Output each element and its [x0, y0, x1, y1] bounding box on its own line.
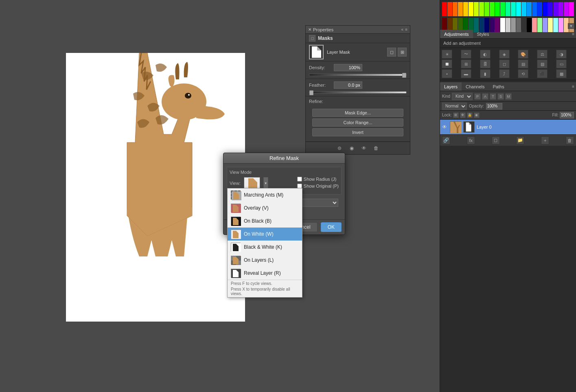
selection-from-mask-btn[interactable]: ⊚ — [335, 144, 344, 153]
feather-input[interactable] — [334, 81, 362, 89]
opacity-input[interactable] — [486, 103, 502, 109]
swatch[interactable] — [543, 18, 548, 32]
adj-levels2[interactable]: ▮ — [480, 69, 491, 78]
panel-menu-btn[interactable]: ≡ — [405, 27, 407, 32]
lock-move[interactable]: ✥ — [460, 112, 466, 118]
dropdown-item-marching-ants[interactable]: Marching Ants (M) — [228, 188, 302, 201]
swatch[interactable] — [484, 2, 489, 16]
show-radius-checkbox[interactable] — [297, 177, 302, 182]
swatch[interactable] — [569, 2, 574, 16]
density-slider-handle[interactable] — [402, 73, 406, 78]
swatch[interactable] — [495, 18, 500, 32]
swatch[interactable] — [532, 2, 537, 16]
adj-levels[interactable]: ▬ — [461, 69, 471, 78]
swatch[interactable] — [521, 2, 526, 16]
swatch[interactable] — [463, 2, 468, 16]
tab-channels[interactable]: Channels — [462, 82, 488, 91]
delete-mask-btn[interactable]: 🗑 — [372, 144, 381, 153]
dropdown-item-on-layers[interactable]: On Layers (L) — [228, 254, 302, 267]
swatch[interactable] — [469, 2, 473, 16]
delete-layer-btn[interactable]: 🗑 — [566, 136, 574, 145]
swatch[interactable] — [490, 2, 495, 16]
swatch[interactable] — [558, 18, 563, 32]
dropdown-item-on-black[interactable]: On Black (B) — [228, 215, 302, 228]
adj-bw[interactable]: ◑ — [556, 50, 567, 59]
feather-slider-handle[interactable] — [309, 90, 313, 95]
swatch[interactable] — [511, 18, 516, 32]
swatch[interactable] — [479, 2, 484, 16]
panel-settings-icon[interactable]: ≡ — [572, 32, 574, 36]
color-range-btn[interactable]: Color Range... — [312, 118, 403, 127]
density-input[interactable] — [334, 64, 362, 71]
swatch[interactable] — [516, 2, 521, 16]
adj-color-lookup[interactable]: 🗄 — [480, 59, 491, 68]
swatch[interactable] — [458, 2, 463, 16]
lock-pixels[interactable]: ⊞ — [453, 112, 459, 118]
tab-layers[interactable]: Layers — [440, 82, 462, 91]
adj-solid[interactable]: ⬛ — [537, 69, 548, 78]
dropdown-item-reveal-layer[interactable]: Reveal Layer (R) — [228, 267, 302, 280]
layers-menu-icon[interactable]: ≡ — [572, 84, 574, 89]
swatch[interactable] — [548, 18, 553, 32]
adj-curves2[interactable]: ⤴ — [499, 69, 510, 78]
panel-menu-btn[interactable]: ▼ — [568, 23, 574, 29]
adj-colorbalance[interactable]: ⚖ — [537, 50, 548, 59]
swatch[interactable] — [558, 2, 563, 16]
swatch[interactable] — [511, 2, 516, 16]
panel-collapse-btn[interactable]: « — [401, 27, 404, 32]
swatch[interactable] — [553, 2, 558, 16]
new-layer-btn[interactable]: + — [541, 136, 549, 145]
dropdown-item-on-white[interactable]: On White (W) — [228, 228, 302, 241]
adj-exposure[interactable]: ◐ — [480, 50, 491, 59]
layer-row-0[interactable]: 👁 Layer 0 — [440, 120, 576, 134]
adj-posterize[interactable]: ▤ — [518, 59, 528, 68]
add-effect-btn[interactable]: fx — [467, 136, 475, 145]
fill-input[interactable] — [560, 112, 574, 118]
swatch[interactable] — [537, 2, 542, 16]
swatch[interactable] — [527, 2, 532, 16]
invert-btn[interactable]: Invert — [312, 128, 403, 136]
adj-invert[interactable]: ◻ — [499, 59, 510, 68]
ok-button[interactable]: OK — [321, 222, 342, 232]
adj-curves[interactable]: 〜 — [461, 50, 471, 59]
add-mask-btn[interactable]: ◻ — [492, 136, 500, 145]
dropdown-item-overlay[interactable]: Overlay (V) — [228, 201, 302, 215]
blend-mode-select[interactable]: Normal — [442, 103, 467, 110]
swatch[interactable] — [532, 18, 537, 32]
tab-adjustments[interactable]: Adjustments — [440, 30, 473, 38]
swatch-black[interactable] — [527, 18, 532, 32]
swatch[interactable] — [453, 2, 458, 16]
adj-vibrance[interactable]: ◈ — [499, 50, 510, 59]
lock-all[interactable]: 🔒 — [467, 112, 473, 118]
adj-hsl[interactable]: 🎨 — [518, 50, 528, 59]
swatch[interactable] — [506, 18, 510, 32]
filter-pixel[interactable]: P — [474, 93, 481, 100]
swatch-white[interactable] — [500, 18, 505, 32]
swatch[interactable] — [537, 18, 542, 32]
adj-hue[interactable]: ⟲ — [518, 69, 528, 78]
mask-btn-2[interactable]: ⊞ — [398, 48, 407, 57]
adj-gradient-map[interactable]: ▭ — [556, 59, 567, 68]
current-view-thumb[interactable] — [244, 177, 260, 189]
swatch[interactable] — [495, 2, 500, 16]
adj-pattern[interactable]: ▦ — [556, 69, 567, 78]
kind-filter-select[interactable]: Kind — [452, 93, 473, 100]
filter-smart[interactable]: M — [505, 93, 512, 100]
adj-threshold[interactable]: ▧ — [537, 59, 548, 68]
swatch[interactable] — [521, 18, 526, 32]
mask-btn-1[interactable]: ◻ — [387, 48, 396, 57]
add-link-btn[interactable]: 🔗 — [442, 136, 450, 145]
mask-edge-btn[interactable]: Mask Edge... — [312, 109, 403, 117]
swatch[interactable] — [516, 18, 521, 32]
adj-channel-mixer[interactable]: ⊞ — [461, 59, 471, 68]
filter-type[interactable]: T — [490, 93, 496, 100]
tab-paths[interactable]: Paths — [489, 82, 508, 91]
filter-shape[interactable]: S — [497, 93, 504, 100]
swatch[interactable] — [548, 2, 553, 16]
swatch-red[interactable] — [442, 2, 447, 16]
lock-art[interactable]: ◉ — [474, 112, 480, 118]
swatch[interactable] — [506, 2, 510, 16]
swatch[interactable] — [543, 2, 548, 16]
swatch[interactable] — [474, 2, 479, 16]
layer-visibility-icon[interactable]: 👁 — [442, 124, 448, 130]
